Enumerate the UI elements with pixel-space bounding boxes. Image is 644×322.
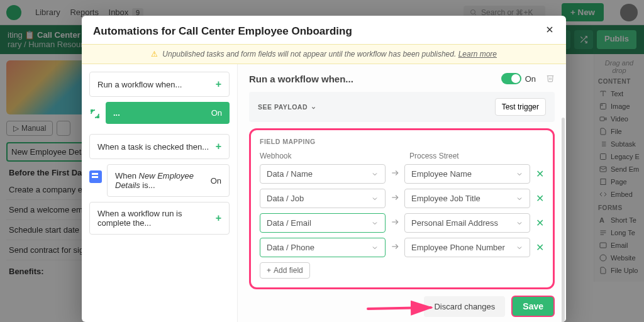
webhook-field-select[interactable]: Data / Job — [260, 189, 386, 208]
toggle-label: On — [525, 74, 536, 84]
remove-mapping-button[interactable]: ✕ — [535, 192, 544, 204]
process-street-icon — [89, 170, 102, 183]
field-mapping-label: FIELD MAPPING — [260, 138, 544, 145]
automation-toggle[interactable] — [501, 73, 521, 84]
mapping-row: Data / EmailPersonal Email Address✕ — [260, 213, 544, 233]
modal-header: Automations for Call Center Employee Onb… — [82, 16, 566, 44]
chevron-down-icon — [371, 170, 379, 178]
modal-title: Automations for Call Center Employee Onb… — [93, 25, 352, 38]
payload-section: SEE PAYLOAD Test trigger — [249, 92, 555, 122]
ps-field-select[interactable]: Employee Name — [404, 164, 530, 184]
mapping-row: Data / NameEmployee Name✕ — [260, 164, 544, 184]
warning-icon: ⚠ — [151, 50, 158, 58]
arrow-right-icon — [391, 193, 399, 204]
remove-mapping-button[interactable]: ✕ — [535, 168, 544, 180]
unpublished-warning: ⚠ Unpublished tasks and form fields will… — [82, 44, 566, 64]
add-field-button[interactable]: + Add field — [260, 262, 310, 279]
automation-sidebar: Run a workflow when... + ... On When a t… — [82, 64, 238, 322]
plus-icon: + — [216, 141, 221, 152]
col-header-webhook: Webhook — [260, 152, 370, 160]
sidebar-emp-details[interactable]: When New Employee Details is... On — [107, 164, 230, 197]
field-mapping-highlight: FIELD MAPPING Webhook Process Street Dat… — [249, 128, 555, 289]
plus-icon: + — [216, 213, 221, 224]
learn-more-link[interactable]: Learn more — [458, 50, 497, 58]
sidebar-active-automation[interactable]: ... On — [106, 102, 230, 124]
chevron-down-icon — [371, 195, 379, 203]
ps-field-select[interactable]: Personal Email Address — [404, 213, 530, 233]
sidebar-run-complete[interactable]: When a workflow run is complete the... + — [89, 202, 230, 235]
ps-field-select[interactable]: Employee Job Title — [404, 189, 530, 208]
ps-field-select[interactable]: Employee Phone Number — [404, 238, 530, 257]
arrow-right-icon — [391, 242, 399, 253]
scrollbar[interactable] — [562, 118, 565, 322]
discard-changes-button[interactable]: Discard changes — [424, 296, 505, 317]
webhook-icon — [89, 108, 101, 119]
save-button[interactable]: Save — [511, 296, 555, 317]
arrow-right-icon — [391, 169, 399, 179]
sidebar-task-checked[interactable]: When a task is checked then... + — [89, 134, 230, 159]
chevron-down-icon — [516, 244, 523, 252]
mapping-row: Data / PhoneEmployee Phone Number✕ — [260, 238, 544, 257]
test-trigger-button[interactable]: Test trigger — [495, 98, 546, 116]
mapping-row: Data / JobEmployee Job Title✕ — [260, 189, 544, 208]
chevron-down-icon — [371, 244, 379, 252]
plus-icon: + — [267, 266, 271, 275]
modal-close-button[interactable] — [545, 25, 555, 38]
automations-modal: Automations for Call Center Employee Onb… — [82, 16, 566, 322]
sidebar-run-workflow[interactable]: Run a workflow when... + — [89, 72, 230, 97]
automation-detail-pane: Run a workflow when... On SEE PAYLOAD Te… — [238, 64, 566, 322]
arrow-right-icon — [391, 218, 399, 228]
col-header-ps: Process Street — [409, 152, 520, 160]
remove-mapping-button[interactable]: ✕ — [535, 217, 544, 229]
trash-icon — [546, 74, 555, 82]
automation-title: Run a workflow when... — [249, 74, 353, 84]
delete-automation-button[interactable] — [546, 74, 555, 84]
remove-mapping-button[interactable]: ✕ — [535, 242, 544, 253]
webhook-field-select[interactable]: Data / Name — [260, 164, 386, 184]
chevron-down-icon — [516, 170, 523, 178]
plus-icon: + — [216, 79, 221, 90]
chevron-down-icon — [516, 195, 523, 203]
see-payload-toggle[interactable]: SEE PAYLOAD — [258, 103, 316, 111]
chevron-down-icon — [516, 219, 523, 227]
chevron-down-icon — [371, 219, 379, 227]
close-icon — [545, 25, 555, 35]
webhook-field-select[interactable]: Data / Email — [260, 213, 386, 233]
chevron-down-icon — [311, 105, 316, 111]
webhook-field-select[interactable]: Data / Phone — [260, 238, 386, 257]
